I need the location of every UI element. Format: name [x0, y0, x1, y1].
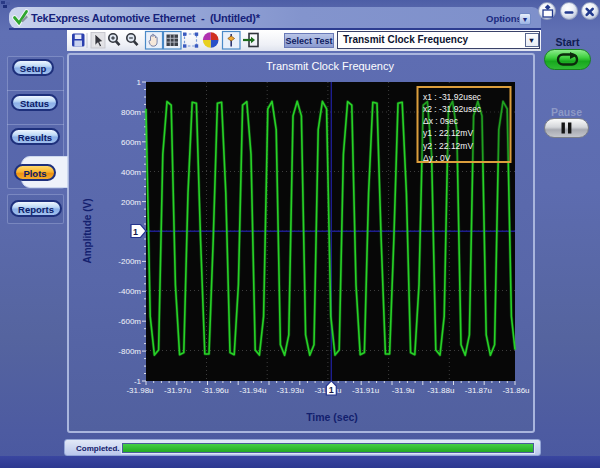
svg-text:-31.88u: -31.88u: [427, 386, 454, 395]
svg-text:-31.93u: -31.93u: [277, 386, 304, 395]
svg-text:-31.97u: -31.97u: [164, 386, 191, 395]
svg-text:-31.87u: -31.87u: [465, 386, 492, 395]
svg-text:-400m: -400m: [118, 287, 141, 296]
svg-text:Time (sec): Time (sec): [306, 411, 358, 423]
svg-text:Amplitude (V): Amplitude (V): [82, 199, 93, 264]
svg-text:y1 : 22.12mV: y1 : 22.12mV: [423, 128, 473, 138]
svg-text:600m: 600m: [121, 138, 141, 147]
svg-text:-31.98u: -31.98u: [126, 386, 153, 395]
svg-text:-31.86u: -31.86u: [502, 386, 529, 395]
svg-text:800m: 800m: [121, 108, 141, 117]
svg-text:x1 : -31.92usec: x1 : -31.92usec: [423, 92, 482, 102]
svg-text:x2 : -31.92usec: x2 : -31.92usec: [423, 104, 482, 114]
svg-text:400m: 400m: [121, 168, 141, 177]
svg-text:1: 1: [133, 227, 138, 237]
svg-text:200m: 200m: [121, 198, 141, 207]
svg-text:-200m: -200m: [118, 257, 141, 266]
svg-text:1: 1: [137, 78, 142, 87]
svg-text:-800m: -800m: [118, 347, 141, 356]
svg-text:Δx : 0sec: Δx : 0sec: [423, 116, 459, 126]
svg-text:-600m: -600m: [118, 317, 141, 326]
svg-text:-31.91u: -31.91u: [352, 386, 379, 395]
svg-text:1: 1: [329, 385, 334, 395]
svg-text:Transmit Clock Frequency: Transmit Clock Frequency: [266, 60, 394, 72]
svg-text:-1: -1: [134, 377, 142, 386]
svg-text:-31.9u: -31.9u: [392, 386, 415, 395]
svg-text:-31.96u: -31.96u: [202, 386, 229, 395]
svg-text:-31.94u: -31.94u: [239, 386, 266, 395]
svg-text:y2 : 22.12mV: y2 : 22.12mV: [423, 141, 473, 151]
svg-text:Δy : 0V: Δy : 0V: [423, 153, 451, 163]
